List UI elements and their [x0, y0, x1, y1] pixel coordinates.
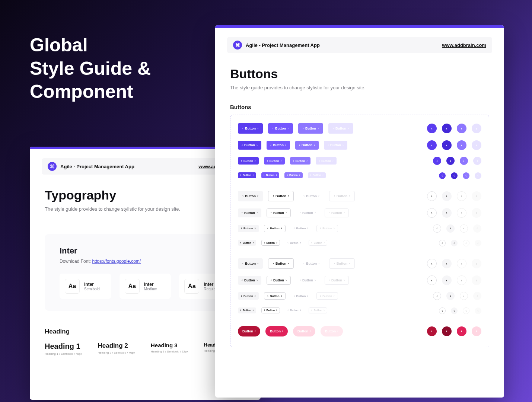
icon-button[interactable]: ‹ [460, 224, 468, 233]
ghost-button[interactable]: ‹Button› [296, 276, 319, 285]
outline-button[interactable]: ‹Button› [261, 240, 280, 246]
icon-button[interactable]: ‹ [427, 191, 437, 201]
button-row-outline-sm: ‹Button› ‹Button› ‹Button› ‹Button› ‹ ‹ … [238, 292, 481, 300]
button-row-outline-lg: ‹Button› ‹Button› ‹Button› ‹Button› ‹ ‹ … [238, 258, 481, 269]
app-name: Agile - Project Management App [246, 42, 320, 48]
primary-button[interactable]: ‹Button› [238, 141, 261, 150]
icon-button[interactable]: ‹ [427, 208, 437, 218]
hero-title: Global Style Guide & Component [30, 34, 151, 103]
outline-button[interactable]: ‹Button› [261, 307, 280, 313]
outline-button[interactable]: ‹Button› [264, 225, 286, 232]
danger-button-hover[interactable]: Button› [265, 326, 288, 336]
ghost-button[interactable]: ‹Button› [299, 258, 324, 269]
icon-button[interactable]: ‹ [446, 157, 455, 165]
icon-button[interactable]: ‹ [457, 275, 466, 285]
site-link[interactable]: www.addbrain.com [442, 42, 486, 48]
icon-button[interactable]: ‹ [460, 157, 468, 165]
primary-button-hover[interactable]: ‹Button› [268, 123, 293, 134]
outline-button[interactable]: ‹Button› [268, 191, 294, 201]
icon-button[interactable]: ‹ [442, 208, 452, 218]
primary-button[interactable]: ‹Button› [238, 123, 263, 134]
ghost-button[interactable]: ‹Button› [296, 208, 319, 217]
ghost-button-disabled: ‹Button› [316, 292, 338, 300]
buttons-showcase: ‹Button› ‹Button› ‹Button› ‹Button› ‹ ‹ … [230, 115, 489, 347]
icon-button[interactable]: ‹ [442, 275, 452, 285]
icon-button[interactable]: ‹ [427, 259, 437, 268]
icon-button[interactable]: ‹ [463, 240, 469, 246]
primary-button-pressed[interactable]: ‹Button› [290, 157, 311, 165]
icon-button[interactable]: ‹ [463, 307, 469, 314]
ghost-button[interactable]: ‹Button› [285, 307, 303, 313]
primary-button-hover[interactable]: ‹Button› [267, 141, 290, 150]
secondary-button[interactable]: ‹Button› [238, 276, 261, 285]
icon-button[interactable]: ‹ [439, 307, 446, 314]
primary-button[interactable]: ‹Button› [238, 172, 256, 178]
primary-button[interactable]: ‹Button› [238, 157, 259, 165]
heading-sample: Heading 1 Heading 1 / Semibold / 48px [45, 342, 87, 355]
icon-button[interactable]: ‹ [451, 307, 458, 314]
icon-button[interactable]: ‹ [427, 140, 437, 150]
buttons-section-label: Buttons [230, 104, 489, 110]
icon-button[interactable]: ‹ [433, 157, 441, 165]
icon-button[interactable]: ‹ [442, 124, 452, 133]
ghost-button[interactable]: ‹Button› [285, 240, 303, 246]
ghost-button[interactable]: ‹Button› [291, 225, 312, 232]
secondary-button[interactable]: ‹Button› [238, 208, 261, 217]
danger-button[interactable]: Button› [238, 326, 260, 336]
icon-button[interactable]: ‹ [433, 292, 441, 300]
outline-button[interactable]: ‹Button› [267, 276, 291, 285]
icon-button[interactable]: ‹ [460, 292, 468, 300]
secondary-button[interactable]: ‹Button› [238, 307, 256, 313]
chevron-right-icon: › [257, 127, 258, 130]
secondary-button[interactable]: ‹Button› [238, 258, 263, 269]
secondary-button[interactable]: ‹Button› [238, 292, 259, 300]
icon-button[interactable]: ‹ [442, 191, 452, 201]
font-download-link[interactable]: https://fonts.google.com/ [92, 259, 141, 264]
icon-button[interactable]: ‹ [442, 326, 452, 336]
icon-button[interactable]: ‹ [439, 240, 446, 246]
danger-button-light[interactable]: Button› [293, 326, 315, 336]
primary-button-pressed[interactable]: ‹Button› [284, 172, 303, 178]
outline-button[interactable]: ‹Button› [267, 208, 291, 217]
icon-button[interactable]: ‹ [446, 292, 455, 300]
icon-button[interactable]: ‹ [433, 224, 441, 233]
secondary-button[interactable]: ‹Button› [238, 191, 263, 201]
icon-button-disabled: ‹ [472, 124, 481, 133]
button-row-outline-xs: ‹Button› ‹Button› ‹Button› ‹Button› ‹ ‹ … [238, 307, 481, 314]
secondary-button[interactable]: ‹Button› [238, 225, 259, 232]
heading-sample: Heading 3 Heading 3 / Semibold / 32px [151, 342, 193, 355]
icon-button[interactable]: ‹ [442, 140, 452, 150]
outline-button[interactable]: ‹Button› [268, 258, 294, 269]
icon-button[interactable]: ‹ [463, 172, 469, 179]
primary-button-pressed[interactable]: ‹Button› [298, 123, 323, 134]
font-sample-icon: Aa [184, 279, 199, 294]
font-name: Inter [60, 246, 231, 256]
primary-button-pressed[interactable]: ‹Button› [295, 141, 319, 150]
outline-button[interactable]: ‹Button› [264, 292, 286, 300]
icon-button[interactable]: ‹ [457, 191, 466, 201]
icon-button[interactable]: ‹ [451, 240, 458, 246]
icon-button[interactable]: ‹ [427, 124, 437, 133]
ghost-button[interactable]: ‹Button› [299, 191, 324, 201]
chevron-left-icon: ‹ [242, 127, 243, 130]
ghost-button[interactable]: ‹Button› [291, 292, 312, 300]
doc-header: ⌘ Agile - Project Management App www.add… [227, 37, 492, 53]
icon-button[interactable]: ‹ [457, 326, 466, 336]
icon-button[interactable]: ‹ [439, 172, 446, 179]
icon-button[interactable]: ‹ [457, 124, 466, 133]
icon-button[interactable]: ‹ [457, 259, 466, 268]
primary-button-hover[interactable]: ‹Button› [261, 172, 280, 178]
icon-button[interactable]: ‹ [457, 140, 466, 150]
primary-button-disabled: ‹Button› [324, 141, 347, 150]
icon-button-disabled: ‹ [472, 259, 481, 268]
icon-button[interactable]: ‹ [451, 172, 458, 179]
icon-button[interactable]: ‹ [442, 259, 452, 268]
icon-button[interactable]: ‹ [457, 208, 466, 218]
icon-button[interactable]: ‹ [427, 275, 437, 285]
icon-button[interactable]: ‹ [446, 224, 455, 233]
icon-button-disabled: ‹ [472, 208, 481, 218]
secondary-button[interactable]: ‹Button› [238, 240, 256, 246]
heading-sample: Heading 2 Heading 2 / Semibold / 40px [98, 342, 140, 355]
primary-button-hover[interactable]: ‹Button› [264, 157, 285, 165]
icon-button[interactable]: ‹ [427, 326, 437, 336]
